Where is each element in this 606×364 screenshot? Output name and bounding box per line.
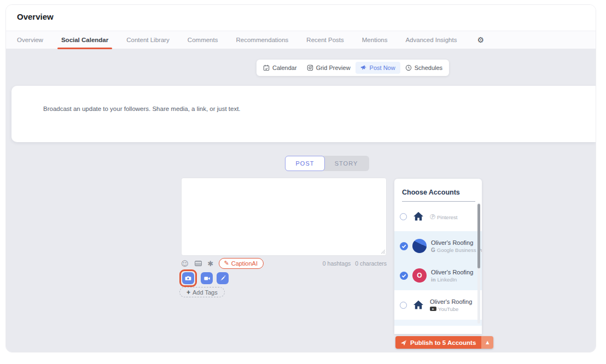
account-text: Oliver's Roofing in LinkedIn — [431, 269, 473, 283]
account-text: Ⓟ Pinterest — [430, 213, 458, 220]
caption-ai-label: CaptionAI — [231, 260, 258, 267]
megaphone-icon — [360, 64, 367, 71]
schedules-label: Schedules — [415, 64, 442, 71]
main-tabbar: Overview Social Calendar Content Library… — [6, 31, 596, 49]
character-count: 0 characters — [355, 260, 387, 267]
home-icon — [412, 210, 424, 222]
tab-recommendations[interactable]: Recommendations — [236, 31, 288, 49]
youtube-icon: ▸ — [430, 307, 436, 311]
publish-button[interactable]: Publish to 5 Accounts — [395, 336, 481, 349]
publish-options-button[interactable]: ▲ — [481, 336, 493, 349]
add-tags-label: Add Tags — [193, 289, 218, 296]
linkedin-icon: in — [431, 277, 435, 283]
add-photo-button[interactable] — [182, 272, 194, 284]
page-header: Overview — [6, 5, 596, 31]
post-story-toggle: POST STORY — [285, 156, 369, 171]
post-mode-tab[interactable]: POST — [285, 156, 325, 171]
account-text: Oliver's Roofing G Google Business Profi… — [431, 239, 474, 253]
tab-content-library[interactable]: Content Library — [126, 31, 170, 49]
clock-icon — [405, 64, 412, 71]
broadcast-banner: Broadcast an update to your followers. S… — [11, 86, 596, 142]
avatar — [411, 209, 426, 224]
account-row-partial[interactable] — [394, 320, 482, 326]
add-tags-button[interactable]: + Add Tags — [179, 287, 225, 297]
google-icon: G — [431, 247, 435, 253]
post-text-input[interactable] — [181, 178, 387, 256]
publish-split-button: Publish to 5 Accounts ▲ — [395, 336, 493, 349]
settings-gear-icon[interactable]: ⚙ — [477, 36, 484, 44]
schedules-button[interactable]: Schedules — [400, 62, 447, 74]
avatar: O — [412, 268, 427, 283]
link-pen-icon — [219, 275, 226, 281]
sparkle-icon[interactable]: ✱ — [208, 260, 214, 267]
caption-ai-button[interactable]: ✎ CaptionAI — [219, 258, 264, 269]
calendar-view-label: Calendar — [272, 64, 297, 71]
account-platform: ▸ YouTube — [430, 306, 472, 312]
check-icon — [401, 273, 406, 278]
account-platform: in LinkedIn — [431, 277, 473, 283]
caret-up-icon: ▲ — [486, 340, 489, 345]
publish-label: Publish to 5 Accounts — [410, 339, 476, 346]
account-row-pinterest[interactable]: Ⓟ Pinterest — [394, 202, 482, 231]
accounts-scrollbar-thumb[interactable] — [477, 204, 480, 268]
grid-preview-icon — [307, 64, 313, 71]
account-name: Oliver's Roofing — [431, 239, 474, 246]
choose-accounts-title: Choose Accounts — [402, 189, 475, 202]
pinterest-icon: Ⓟ — [430, 214, 435, 220]
account-name: Oliver's Roofing — [430, 298, 472, 305]
send-icon — [400, 339, 407, 346]
google-business-avatar — [412, 239, 427, 253]
media-frame-icon[interactable] — [195, 261, 202, 266]
hashtag-count: 0 hashtags — [323, 260, 351, 267]
account-name: Oliver's Roofing — [431, 269, 473, 275]
home-icon — [412, 299, 424, 311]
account-row-google-business[interactable]: Oliver's Roofing G Google Business Profi… — [394, 231, 482, 261]
tab-comments[interactable]: Comments — [188, 31, 218, 49]
emoji-picker-icon[interactable]: ☺ — [181, 260, 189, 267]
post-now-button[interactable]: Post Now — [356, 62, 400, 74]
account-row-linkedin[interactable]: O Oliver's Roofing in LinkedIn — [394, 261, 482, 290]
page-title: Overview — [6, 5, 596, 21]
post-now-label: Post Now — [370, 64, 395, 71]
account-checkbox-unchecked[interactable] — [400, 302, 407, 309]
calendar-view-button[interactable]: Calendar — [258, 62, 302, 74]
tab-social-calendar[interactable]: Social Calendar — [61, 31, 108, 49]
account-text: Oliver's Roofing ▸ YouTube — [430, 298, 472, 312]
account-checkbox-checked[interactable] — [400, 242, 408, 250]
composer-toolbar: ☺ ✱ ✎ CaptionAI 0 hashtags 0 characters — [181, 258, 387, 269]
choose-accounts-panel: Choose Accounts Ⓟ Pinterest — [394, 179, 482, 334]
tab-recent-posts[interactable]: Recent Posts — [306, 31, 343, 49]
add-link-button[interactable] — [217, 272, 229, 284]
composer-counters: 0 hashtags 0 characters — [323, 260, 387, 267]
grid-preview-label: Grid Preview — [316, 64, 351, 71]
app-window: Overview Overview Social Calendar Conten… — [5, 4, 596, 353]
tab-overview[interactable]: Overview — [17, 31, 43, 49]
calendar-icon — [263, 64, 270, 71]
account-row-youtube[interactable]: Oliver's Roofing ▸ YouTube — [394, 290, 482, 320]
add-video-button[interactable] — [201, 272, 213, 284]
linkedin-avatar: O — [412, 268, 427, 283]
video-icon — [203, 275, 211, 282]
tab-advanced-insights[interactable]: Advanced Insights — [405, 31, 457, 49]
account-platform: Ⓟ Pinterest — [430, 214, 458, 220]
story-mode-tab[interactable]: STORY — [323, 156, 369, 171]
avatar — [412, 239, 427, 253]
plus-icon: + — [187, 289, 190, 296]
click-highlight-ring — [179, 269, 197, 287]
pen-icon: ✎ — [224, 260, 229, 267]
view-switcher: Calendar Grid Preview Post Now Schedules — [257, 60, 449, 76]
account-platform: G Google Business Profile — [431, 247, 474, 253]
camera-icon — [185, 275, 191, 281]
social-calendar-content: Calendar Grid Preview Post Now Schedules… — [6, 49, 596, 352]
check-icon — [401, 244, 406, 249]
avatar — [411, 298, 426, 312]
broadcast-hint-text: Broadcast an update to your followers. S… — [11, 86, 596, 112]
tab-mentions[interactable]: Mentions — [362, 31, 388, 49]
account-checkbox-unchecked[interactable] — [400, 213, 407, 220]
media-attach-row — [179, 270, 229, 286]
account-checkbox-checked[interactable] — [400, 272, 408, 280]
accounts-list: Ⓟ Pinterest Oliver's Roofing — [394, 202, 482, 326]
grid-preview-button[interactable]: Grid Preview — [302, 62, 356, 74]
